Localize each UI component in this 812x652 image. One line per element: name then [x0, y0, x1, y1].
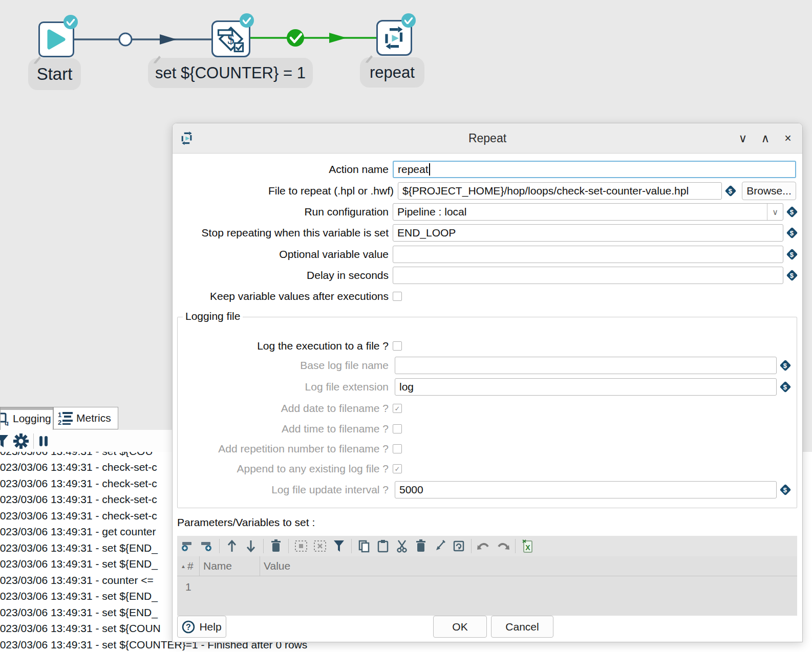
- toolbar-separator: [219, 539, 220, 553]
- insert-row-after-icon[interactable]: [199, 538, 215, 554]
- set-counter-node-label[interactable]: set ${COUNTER} = 1: [148, 58, 313, 88]
- svg-text:2: 2: [58, 419, 61, 425]
- cancel-button[interactable]: Cancel: [491, 616, 553, 638]
- variable-icon[interactable]: $: [786, 270, 798, 281]
- unshade-button[interactable]: ∧: [754, 132, 777, 145]
- log-to-file-checkbox[interactable]: [393, 341, 402, 351]
- table-row[interactable]: 1: [177, 576, 797, 598]
- base-log-name-input[interactable]: [395, 357, 777, 374]
- copy-to-excel-icon[interactable]: X: [520, 538, 536, 554]
- keep-values-checkbox[interactable]: [393, 292, 402, 301]
- keep-values-label: Keep variable values after executions: [173, 290, 393, 302]
- help-button[interactable]: ? Help: [177, 616, 226, 638]
- repeat-dialog: Repeat ∨ ∧ × Action name repeat File to …: [172, 123, 803, 642]
- tab-logging[interactable]: g Logging: [0, 407, 53, 430]
- file-input[interactable]: ${PROJECT_HOME}/hop/loops/check-set-coun…: [398, 182, 722, 200]
- delete-row-icon[interactable]: [268, 538, 284, 554]
- variable-icon[interactable]: $: [725, 185, 737, 197]
- run-config-row: Run configuration Pipeline : local ∨ $: [173, 203, 796, 221]
- add-date-label: Add date to filename ?: [173, 402, 393, 415]
- shade-button[interactable]: ∨: [732, 132, 754, 145]
- set-counter-success-badge: [240, 13, 254, 28]
- log-line: 2023/03/06 13:49:31 - check-set-c: [0, 510, 157, 522]
- optional-value-row: Optional variable value $: [173, 245, 796, 264]
- paste-rows-icon[interactable]: [375, 538, 391, 554]
- add-date-checkbox[interactable]: [393, 404, 402, 413]
- filter-rows-icon[interactable]: [331, 538, 347, 554]
- svg-text:g: g: [5, 419, 9, 426]
- base-log-name-label: Base log file name: [173, 359, 393, 372]
- params-table[interactable]: ▲# Name Value 1: [177, 556, 797, 616]
- sort-ascending-icon: ▲: [181, 563, 186, 569]
- delete-selected-rows-icon[interactable]: [413, 538, 429, 554]
- toolbar-separator: [351, 539, 352, 553]
- action-name-label: Action name: [173, 163, 393, 176]
- log-line: 2023/03/06 13:49:31 - get counter: [0, 526, 156, 538]
- variable-icon[interactable]: $: [780, 381, 792, 393]
- stop-variable-label: Stop repeating when this variable is set: [173, 227, 393, 239]
- update-interval-input[interactable]: 5000: [395, 481, 777, 498]
- optional-value-label: Optional variable value: [173, 248, 393, 260]
- add-time-checkbox[interactable]: [393, 424, 402, 433]
- keep-selected-rows-icon[interactable]: [432, 538, 447, 554]
- undo-icon[interactable]: [476, 538, 492, 554]
- edit-pencil-icon: [32, 54, 42, 64]
- chevron-down-icon[interactable]: ∨: [767, 204, 783, 220]
- column-header-name[interactable]: Name: [200, 556, 260, 576]
- copy-rows-icon[interactable]: [356, 538, 372, 554]
- repeat-icon: [382, 26, 407, 50]
- log-line: 2023/03/06 13:49:31 - check-set-c: [0, 461, 157, 473]
- duplicate-row-icon[interactable]: [451, 538, 466, 554]
- set-variable-icon: $: [216, 24, 246, 54]
- pause-log-icon[interactable]: [38, 435, 49, 447]
- log-extension-input[interactable]: log: [395, 378, 777, 396]
- log-line: 2023/03/06 13:49:31 - counter <=: [0, 574, 154, 586]
- stop-variable-input[interactable]: END_LOOP: [393, 224, 783, 242]
- append-log-checkbox[interactable]: [393, 464, 402, 473]
- toolbar-separator: [288, 539, 289, 553]
- dialog-title: Repeat: [173, 132, 802, 145]
- toolbar-separator: [515, 539, 516, 553]
- column-header-num[interactable]: ▲#: [177, 556, 200, 576]
- variable-icon[interactable]: $: [786, 249, 798, 260]
- svg-text:?: ?: [186, 623, 191, 632]
- add-repetition-label: Add repetition number to filename ?: [173, 443, 393, 455]
- dialog-titlebar[interactable]: Repeat ∨ ∧ ×: [173, 123, 802, 154]
- cut-rows-icon[interactable]: [394, 538, 410, 554]
- repeat-node-label[interactable]: repeat: [360, 57, 424, 88]
- tab-metrics[interactable]: 1 2 Metrics: [53, 407, 118, 429]
- toolbar-separator: [33, 433, 34, 449]
- start-node-label[interactable]: Start: [28, 58, 81, 90]
- keep-values-row: Keep variable values after executions: [173, 291, 796, 302]
- browse-button[interactable]: Browse...: [742, 182, 796, 200]
- params-toolbar: X: [177, 536, 797, 556]
- edit-pencil-icon: [364, 53, 374, 63]
- column-header-value[interactable]: Value: [260, 556, 797, 576]
- optional-value-input[interactable]: [393, 246, 783, 263]
- file-label: File to repeat (.hpl or .hwf): [173, 185, 398, 197]
- log-line: 2023/03/06 13:49:31 - set ${COU: [0, 452, 153, 458]
- metrics-tab-icon: 1 2: [58, 411, 73, 425]
- variable-icon[interactable]: $: [786, 206, 798, 218]
- select-all-rows-icon[interactable]: [293, 538, 309, 554]
- ok-button[interactable]: OK: [433, 616, 487, 638]
- base-log-name-row: Base log file name $: [173, 356, 796, 375]
- redo-icon[interactable]: [495, 538, 510, 554]
- update-interval-row: Log file update interval ? 5000 $: [173, 481, 796, 499]
- run-config-combo[interactable]: Pipeline : local ∨: [393, 203, 783, 221]
- log-settings-gear-icon[interactable]: [13, 433, 29, 449]
- variable-icon[interactable]: $: [786, 227, 798, 239]
- variable-icon[interactable]: $: [780, 360, 792, 372]
- toolbar-separator: [471, 539, 472, 553]
- clear-selection-icon[interactable]: [312, 538, 328, 554]
- add-repetition-checkbox[interactable]: [393, 444, 402, 453]
- log-line: 2023/03/06 13:49:31 - set ${END_: [0, 606, 158, 619]
- insert-row-before-icon[interactable]: [180, 538, 196, 554]
- move-row-down-icon[interactable]: [243, 538, 259, 554]
- variable-icon[interactable]: $: [780, 484, 792, 496]
- close-button[interactable]: ×: [777, 132, 799, 145]
- action-name-input[interactable]: repeat: [393, 161, 796, 178]
- move-row-up-icon[interactable]: [224, 538, 240, 554]
- filter-log-icon[interactable]: [0, 434, 9, 448]
- delay-input[interactable]: [393, 267, 783, 284]
